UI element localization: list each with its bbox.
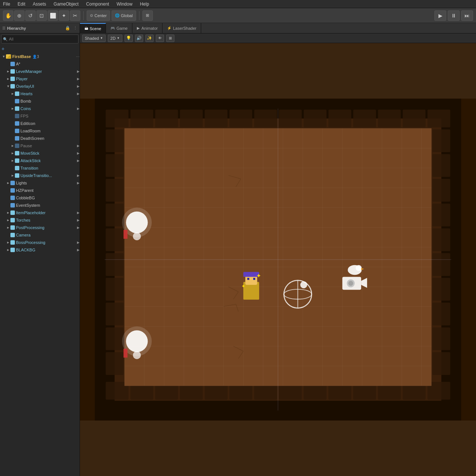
svg-rect-15 [403, 110, 425, 128]
shading-dropdown[interactable]: Shaded ▼ [82, 35, 106, 42]
rotate-tool[interactable]: ↺ [25, 10, 36, 21]
hierarchy-search-input[interactable] [9, 37, 77, 41]
hierarchy-item-movestick[interactable]: MoveStick ▶ [0, 149, 80, 157]
hierarchy-item-overlayui[interactable]: OverlayUI ▶ [0, 83, 80, 90]
move-tool[interactable]: ⊕ [14, 10, 25, 21]
hierarchy-search[interactable]: 🔍 [1, 35, 78, 44]
label-bossprocessing: BossProcessing [16, 240, 45, 245]
hierarchy-item-postprocessing[interactable]: PostProcessing ▶ [0, 224, 80, 231]
sep2 [139, 11, 139, 20]
mode-dropdown[interactable]: 2D ▼ [108, 35, 122, 42]
prefab-icon-itemplaceholder [10, 210, 15, 215]
effects-toggle[interactable]: ✨ [145, 35, 154, 42]
hierarchy-item-firstbase[interactable]: FirstBase 👤 3 ⋯ [0, 53, 80, 60]
svg-point-112 [300, 282, 307, 289]
light-toggle[interactable]: 💡 [125, 35, 133, 42]
pause-button[interactable]: ⏸ [448, 10, 460, 21]
hierarchy-item-blackbg[interactable]: BLACKBG ▶ [0, 246, 80, 254]
label-transition: Transition [20, 166, 38, 170]
arrow-player [6, 77, 10, 81]
hierarchy-item-player[interactable]: Player ▶ [0, 75, 80, 83]
play-button[interactable]: ▶ [434, 10, 446, 21]
hierarchy-item-attackstick[interactable]: AttackStick ▶ [0, 157, 80, 164]
gizmos-toggle[interactable]: ⊞ [166, 35, 174, 42]
hierarchy-item-camera[interactable]: Camera [0, 231, 80, 239]
center-btn[interactable]: ⊙ Center [87, 10, 110, 21]
hierarchy-item-loadroom[interactable]: LoadRoom [0, 127, 80, 135]
menu-gameobject[interactable]: GameObject [52, 1, 80, 7]
hierarchy-item-bomb[interactable]: Bomb [0, 97, 80, 105]
transform-tool[interactable]: ✦ [59, 10, 69, 21]
grid-btn[interactable]: ⊞ [142, 10, 153, 21]
go-icon-cobblebg [10, 196, 15, 200]
hierarchy-item-hzparent[interactable]: HZParent [0, 187, 80, 194]
prefab-icon-movestick [15, 151, 19, 155]
arrow-right-hearts: ▶ [77, 92, 80, 96]
label-eventsystem: EventSystem [16, 203, 40, 208]
scene-area: 🏔 Scene 🎮 Game ▶ Animator ⚡ LaserShader … [80, 23, 476, 476]
hierarchy-item-hearts[interactable]: Hearts ▶ [0, 90, 80, 97]
game-tab-icon: 🎮 [110, 26, 115, 30]
hierarchy-panel: ☰ Hierarchy 🔒 ⋮ 🔍 + FirstBase 👤 3 ⋯ [0, 23, 80, 476]
hierarchy-item-itemplaceholder[interactable]: ItemPlaceholder ▶ [0, 209, 80, 216]
hierarchy-item-cobblebg[interactable]: CobbleBG [0, 194, 80, 202]
hierarchy-item-transition[interactable]: Transition [0, 164, 80, 172]
audio-toggle[interactable]: 🔊 [135, 35, 143, 42]
hierarchy-item-levelmanager[interactable]: LevelManager ▶ [0, 68, 80, 75]
arrow-hearts [10, 91, 15, 96]
hierarchy-item-pause[interactable]: Pause ▶ [0, 142, 80, 149]
hierarchy-item-a[interactable]: A* [0, 60, 80, 68]
go-icon-deathscreen [15, 136, 19, 141]
svg-rect-105 [247, 278, 249, 280]
hierarchy-item-coins[interactable]: Coins ▶ [0, 105, 80, 112]
prefab-icon-upsidetransition [15, 173, 19, 178]
menu-component[interactable]: Component [84, 1, 110, 7]
hierarchy-item-torches[interactable]: Torches ▶ [0, 216, 80, 224]
scale-tool[interactable]: ⊡ [36, 10, 47, 21]
rect-tool[interactable]: ⬜ [48, 10, 58, 21]
hierarchy-item-deathscreen[interactable]: DeathScreen [0, 135, 80, 142]
svg-rect-6 [180, 110, 203, 128]
hierarchy-content: FirstBase 👤 3 ⋯ A* LevelManager ▶ [0, 53, 80, 476]
lock-icon[interactable]: 🔒 [65, 26, 70, 30]
tab-game[interactable]: 🎮 Game [106, 23, 132, 33]
menu-assets[interactable]: Assets [31, 1, 48, 7]
hierarchy-item-lights[interactable]: Lights ▶ [0, 179, 80, 187]
menu-edit[interactable]: Edit [16, 1, 27, 7]
hand-tool[interactable]: ✋ [3, 10, 13, 21]
hierarchy-item-upsidtransition[interactable]: UpsideTransitio... ▶ [0, 172, 80, 179]
hierarchy-item-fps[interactable]: FPS [0, 112, 80, 120]
more-btn-firstbase[interactable]: ⋯ [76, 55, 80, 59]
step-button[interactable]: ⏭ [461, 10, 473, 21]
svg-rect-41 [432, 129, 450, 152]
go-icon-eventsystem [10, 203, 15, 208]
svg-rect-89 [123, 230, 128, 239]
menu-window[interactable]: Window [115, 1, 134, 7]
svg-rect-45 [432, 228, 450, 251]
menu-help[interactable]: Help [138, 1, 151, 7]
tab-animator[interactable]: ▶ Animator [132, 23, 163, 33]
hierarchy-item-editicon[interactable]: EditIcon [0, 120, 80, 127]
hierarchy-item-eventsystem[interactable]: EventSystem [0, 202, 80, 209]
prefab-icon-coins [15, 106, 19, 111]
camera-toggle[interactable]: 👁 [156, 35, 164, 42]
more-icon[interactable]: ⋮ [73, 26, 77, 30]
custom-tool[interactable]: ✂ [70, 10, 80, 21]
tab-scene[interactable]: 🏔 Scene [80, 23, 106, 33]
svg-rect-49 [432, 327, 450, 350]
svg-rect-50 [432, 352, 450, 375]
go-icon-pause [15, 144, 19, 148]
arrow-right-pause: ▶ [77, 144, 80, 148]
arrow-overlayui [6, 84, 10, 89]
add-hierarchy-btn[interactable]: + [1, 46, 4, 52]
tab-lasershader[interactable]: ⚡ LaserShader [163, 23, 201, 33]
global-btn[interactable]: 🌐 Global [112, 10, 136, 21]
hierarchy-item-bossprocessing[interactable]: BossProcessing ▶ [0, 239, 80, 246]
prefab-icon-player [10, 77, 15, 81]
menu-file[interactable]: File [1, 1, 12, 7]
scene-bg: ✦ ✦ [80, 43, 476, 476]
scene-view[interactable]: ✦ ✦ [80, 43, 476, 476]
label-itemplaceholder: ItemPlaceholder [16, 210, 46, 215]
shading-label: Shaded [85, 36, 99, 41]
arrow-loadroom [10, 129, 15, 133]
